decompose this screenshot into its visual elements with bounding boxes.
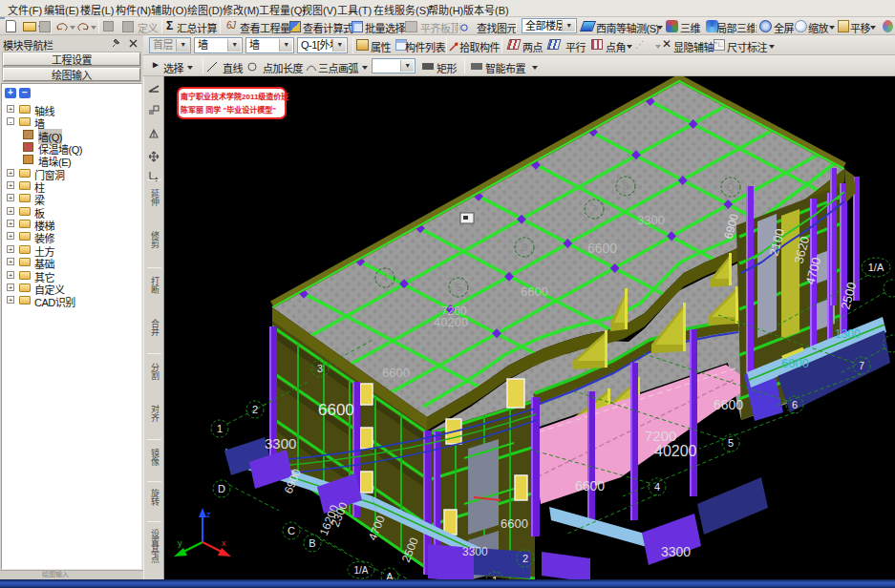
svg-text:7200: 7200: [645, 428, 676, 444]
svg-text:4: 4: [654, 481, 660, 493]
svg-text:4: 4: [382, 272, 388, 284]
svg-text:2: 2: [252, 404, 258, 415]
svg-text:6600: 6600: [318, 401, 354, 419]
svg-text:6600: 6600: [501, 516, 528, 531]
svg-text:C: C: [288, 525, 295, 536]
svg-text:5: 5: [728, 437, 734, 449]
svg-text:D: D: [727, 181, 735, 193]
svg-text:z: z: [206, 510, 211, 519]
svg-text:2: 2: [522, 553, 528, 564]
svg-text:B: B: [309, 537, 315, 549]
svg-text:1/A: 1/A: [353, 565, 368, 576]
svg-text:1/A: 1/A: [868, 262, 884, 273]
svg-text:6600: 6600: [714, 397, 743, 412]
svg-text:南宁职业技术学院2011级造价班: 南宁职业技术学院2011级造价班: [181, 92, 288, 101]
svg-text:6600: 6600: [781, 356, 809, 370]
svg-text:3300: 3300: [265, 435, 296, 452]
svg-text:6: 6: [522, 242, 527, 253]
svg-text:x: x: [222, 538, 226, 548]
svg-text:40200: 40200: [654, 443, 697, 459]
svg-text:7: 7: [591, 203, 597, 215]
svg-text:6600: 6600: [587, 241, 617, 256]
svg-text:6600: 6600: [521, 284, 548, 299]
svg-text:y: y: [178, 538, 182, 548]
svg-text:1: 1: [217, 423, 223, 434]
svg-text:3: 3: [317, 363, 323, 374]
svg-text:7200: 7200: [441, 304, 467, 318]
svg-text:3300: 3300: [661, 544, 691, 559]
svg-text:3300: 3300: [462, 545, 488, 558]
svg-text:6600: 6600: [382, 366, 410, 380]
svg-text:3300: 3300: [637, 213, 665, 227]
svg-text:8: 8: [623, 180, 629, 192]
svg-text:D: D: [218, 483, 225, 494]
svg-text:6: 6: [792, 399, 798, 410]
svg-text:6600: 6600: [575, 478, 605, 494]
svg-text:陈军丽 同学 "毕业设计模型": 陈军丽 同学 "毕业设计模型": [181, 105, 276, 115]
svg-text:1300: 1300: [835, 327, 861, 341]
svg-text:A: A: [386, 571, 394, 579]
svg-text:5: 5: [456, 282, 461, 293]
